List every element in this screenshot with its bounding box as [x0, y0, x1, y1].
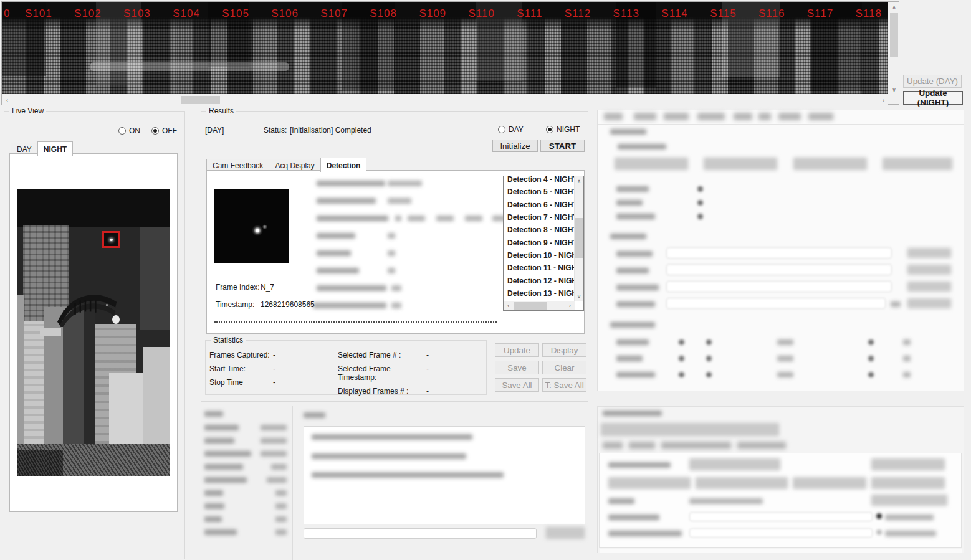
detection-list-hscrollbar[interactable]: ‹ ›: [504, 301, 575, 310]
scroll-thumb[interactable]: [575, 218, 583, 258]
radio-icon[interactable]: [498, 126, 505, 133]
redacted-input[interactable]: [666, 281, 892, 292]
redacted-input[interactable]: [689, 512, 873, 521]
detection-list-vscrollbar[interactable]: ∧ ∨: [574, 176, 583, 301]
redacted-button[interactable]: [608, 477, 691, 489]
redacted-button[interactable]: [793, 158, 867, 170]
save-button[interactable]: Save: [495, 361, 539, 374]
detection-list-item[interactable]: Detection 5 - NIGHT: [504, 186, 575, 198]
detection-list-item[interactable]: Detection 13 - NIGHT: [504, 287, 575, 300]
save-all-button[interactable]: Save All: [495, 378, 539, 392]
redacted-button[interactable]: [907, 298, 951, 308]
start-button[interactable]: START: [540, 140, 585, 152]
redacted-button[interactable]: [793, 477, 866, 489]
panorama-horizontal-scrollbar[interactable]: ‹ ›: [2, 95, 888, 105]
console-input[interactable]: [304, 528, 537, 539]
stat-value: -: [273, 351, 275, 359]
detection-list-item[interactable]: Detection 4 - NIGHT: [504, 176, 575, 186]
detection-list-item[interactable]: Detection 10 - NIGHT: [504, 249, 575, 262]
redacted-radio[interactable]: [876, 513, 882, 519]
redacted-button[interactable]: [696, 477, 788, 489]
redacted-label: [618, 144, 666, 149]
scroll-track[interactable]: [889, 12, 899, 85]
redacted-button[interactable]: [689, 458, 780, 470]
scroll-track[interactable]: [575, 186, 583, 292]
redacted-input[interactable]: [666, 298, 886, 309]
redacted-button[interactable]: [907, 265, 951, 275]
scroll-right-icon[interactable]: ›: [565, 301, 575, 311]
redacted-bottom-strip: [600, 549, 962, 553]
redacted-button[interactable]: [871, 458, 945, 470]
redacted-tab[interactable]: [603, 442, 623, 449]
detection-list-item[interactable]: Detection 11 - NIGHT: [504, 262, 575, 274]
detection-list-item[interactable]: Detection 6 - NIGHT: [504, 199, 575, 211]
scroll-up-icon[interactable]: ∧: [575, 176, 584, 186]
detection-thumbnail[interactable]: [214, 189, 289, 263]
scroll-down-icon[interactable]: ∨: [575, 292, 584, 301]
console-log-box[interactable]: [304, 426, 585, 524]
scroll-thumb[interactable]: [890, 13, 898, 57]
results-night-radio[interactable]: NIGHT: [546, 125, 580, 134]
update-button[interactable]: Update: [495, 343, 539, 357]
redacted-tab[interactable]: [629, 442, 655, 449]
redacted-tab[interactable]: [604, 113, 623, 120]
redacted-button[interactable]: [871, 477, 945, 489]
redacted-tab[interactable]: [634, 113, 656, 120]
radio-icon[interactable]: [151, 127, 159, 135]
detection-list-item[interactable]: Detection 7 - NIGHT: [504, 211, 575, 224]
redacted-button[interactable]: [704, 158, 777, 170]
initialize-button[interactable]: Initialize: [492, 140, 538, 152]
scroll-thumb[interactable]: [181, 96, 220, 104]
redacted-tab[interactable]: [758, 113, 771, 120]
live-night-image[interactable]: [17, 189, 170, 476]
radio-icon[interactable]: [546, 126, 553, 133]
redacted-tab[interactable]: [697, 113, 725, 120]
redacted-send-button[interactable]: [546, 527, 585, 539]
redacted-button[interactable]: [907, 248, 951, 258]
scroll-left-icon[interactable]: ‹: [2, 95, 12, 105]
live-on-radio[interactable]: ON: [118, 126, 140, 135]
detection-list-item[interactable]: Detection 8 - NIGHT: [504, 224, 575, 236]
update-day-button[interactable]: Update (DAY): [903, 75, 962, 88]
redacted-input[interactable]: [666, 264, 892, 275]
panorama-vertical-scrollbar[interactable]: ∧ ∨: [889, 2, 899, 94]
redacted-input[interactable]: [689, 528, 873, 538]
redacted-radio[interactable]: [876, 529, 882, 535]
redacted-button[interactable]: [907, 282, 951, 292]
scroll-down-icon[interactable]: ∨: [889, 85, 899, 94]
redacted-input[interactable]: [666, 247, 892, 259]
live-off-radio[interactable]: OFF: [151, 126, 177, 135]
display-button[interactable]: Display: [542, 343, 586, 357]
redacted-button[interactable]: [871, 495, 947, 506]
scroll-left-icon[interactable]: ‹: [504, 301, 513, 311]
tab-detection[interactable]: Detection: [320, 158, 367, 172]
redacted-mark: [706, 339, 712, 345]
scroll-up-icon[interactable]: ∧: [889, 2, 899, 12]
redacted-tab[interactable]: [664, 113, 689, 120]
panorama-image[interactable]: 0 S101S102S103S104S105S106S107S108S109S1…: [2, 2, 888, 94]
redacted-button[interactable]: [601, 423, 779, 436]
tab-night[interactable]: NIGHT: [37, 141, 73, 156]
redacted-tab[interactable]: [661, 442, 731, 449]
detection-listbox[interactable]: Detection 4 - NIGHTDetection 5 - NIGHTDe…: [503, 176, 584, 311]
redacted-label: [317, 216, 388, 221]
redacted-mark: [679, 339, 684, 345]
t-save-all-button[interactable]: T: Save All: [542, 378, 586, 392]
redacted-tab[interactable]: [734, 113, 752, 120]
redacted-button[interactable]: [883, 158, 952, 170]
detection-list-item[interactable]: Detection 12 - NIGHT: [504, 274, 575, 287]
scroll-track[interactable]: [513, 301, 565, 310]
results-panel: Results [DAY] Status: [Initialisation] C…: [201, 111, 588, 402]
detection-list-item[interactable]: Detection 9 - NIGHT: [504, 236, 575, 249]
scroll-track[interactable]: [12, 95, 879, 105]
update-night-button[interactable]: Update (NIGHT): [903, 91, 963, 105]
redacted-tab[interactable]: [808, 113, 833, 120]
redacted-button[interactable]: [615, 158, 688, 170]
scroll-right-icon[interactable]: ›: [879, 95, 888, 105]
redacted-tab[interactable]: [778, 113, 801, 120]
redacted-tab[interactable]: [737, 442, 786, 449]
clear-button[interactable]: Clear: [542, 361, 586, 374]
radio-icon[interactable]: [118, 127, 126, 135]
results-day-radio[interactable]: DAY: [498, 125, 524, 134]
scroll-thumb[interactable]: [514, 302, 547, 310]
